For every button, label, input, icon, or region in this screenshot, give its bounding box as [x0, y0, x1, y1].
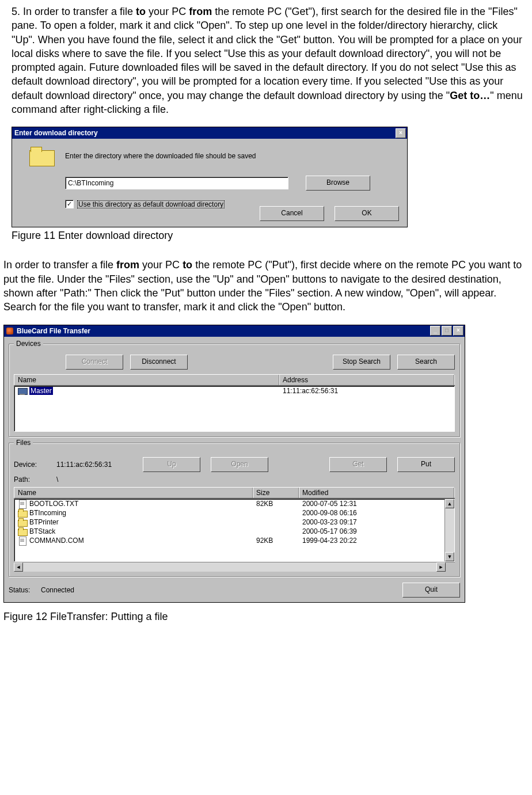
cancel-button[interactable]: Cancel: [260, 206, 324, 221]
paragraph-get: 5. In order to transfer a file to your P…: [12, 5, 524, 116]
device-icon: [18, 387, 27, 395]
file-name: BOOTLOG.TXT: [29, 500, 78, 508]
file-row[interactable]: COMMAND.COM92KB1999-04-23 20:22: [14, 536, 454, 545]
text-bold: Get to…: [450, 90, 490, 101]
col-name[interactable]: Name: [14, 375, 279, 385]
col-size[interactable]: Size: [253, 488, 299, 498]
file-row[interactable]: BTPrinter2000-03-23 09:17: [14, 518, 454, 527]
folder-icon: [18, 518, 27, 526]
text: 5. In order to transfer a file: [12, 6, 136, 17]
device-address: 11:11:ac:62:56:31: [279, 387, 341, 395]
status-value: Connected: [41, 586, 74, 594]
devices-list[interactable]: Master 11:11:ac:62:56:31: [14, 386, 455, 432]
dialog-titlebar[interactable]: Enter download directory ×: [12, 127, 407, 139]
search-button[interactable]: Search: [397, 355, 455, 370]
folder-icon: [29, 147, 54, 165]
file-size: 92KB: [253, 537, 299, 545]
app-icon: [5, 326, 14, 336]
vertical-scrollbar[interactable]: ▲ ▼: [444, 499, 454, 561]
file-modified: 2000-07-05 12:31: [299, 500, 360, 508]
browse-button[interactable]: Browse: [306, 176, 370, 191]
file-transfer-window: BlueCard File Transfer _ □ × Devices Con…: [3, 325, 465, 603]
dialog-prompt: Enter the directory where the downloaded…: [65, 152, 256, 160]
connect-button: Connect: [66, 355, 123, 370]
figure11-caption: Figure 11 Enter download directory: [12, 230, 529, 242]
devices-group: Devices Connect Disconnect Stop Search S…: [9, 344, 460, 437]
path-value: \: [56, 476, 58, 484]
file-name: BTIncoming: [29, 509, 66, 517]
file-name: BTPrinter: [29, 518, 59, 526]
col-address[interactable]: Address: [279, 375, 454, 385]
folder-icon: [18, 509, 27, 517]
col-name[interactable]: Name: [14, 488, 253, 498]
text-bold: from: [116, 259, 139, 271]
window-titlebar[interactable]: BlueCard File Transfer _ □ ×: [4, 325, 465, 337]
file-modified: 1999-04-23 20:22: [299, 537, 360, 545]
ok-button[interactable]: OK: [335, 206, 399, 221]
window-title: BlueCard File Transfer: [17, 327, 90, 335]
scroll-down-icon[interactable]: ▼: [445, 552, 454, 561]
text-bold: to: [183, 259, 192, 271]
get-button: Get: [329, 457, 387, 472]
file-modified: 2000-09-08 06:16: [299, 509, 360, 517]
default-dir-label[interactable]: Use this directory as default download d…: [77, 200, 225, 208]
maximize-icon: □: [442, 326, 452, 336]
device-value: 11:11:ac:62:56:31: [56, 461, 112, 469]
devices-legend: Devices: [14, 340, 43, 348]
directory-input[interactable]: C:\BTIncoming: [65, 177, 288, 189]
device-row[interactable]: Master 11:11:ac:62:56:31: [14, 386, 454, 395]
scroll-up-icon[interactable]: ▲: [445, 499, 454, 508]
text-bold: to: [136, 6, 146, 17]
minimize-icon[interactable]: _: [430, 326, 440, 336]
quit-button[interactable]: Quit: [402, 583, 460, 598]
text: your PC: [146, 6, 189, 17]
figure12-caption: Figure 12 FileTransfer: Putting a file: [3, 611, 529, 623]
disconnect-button[interactable]: Disconnect: [130, 355, 188, 370]
put-button[interactable]: Put: [397, 457, 455, 472]
text: the remote PC ("Get"), first search for …: [12, 6, 522, 101]
file-row[interactable]: BTIncoming2000-09-08 06:16: [14, 508, 454, 518]
text: In order to transfer a file: [3, 259, 116, 271]
file-icon: [18, 500, 27, 508]
file-size: 82KB: [253, 500, 299, 508]
scroll-corner: [446, 562, 455, 572]
file-modified: 2000-03-23 09:17: [299, 518, 360, 526]
dialog-title: Enter download directory: [14, 129, 98, 137]
devices-header[interactable]: Name Address: [14, 374, 455, 386]
scroll-left-icon[interactable]: ◄: [14, 562, 23, 572]
text-bold: from: [189, 6, 212, 17]
status-label: Status:: [9, 586, 41, 594]
path-label: Path:: [14, 476, 46, 484]
file-icon: [18, 537, 27, 545]
file-row[interactable]: BOOTLOG.TXT82KB2000-07-05 12:31: [14, 499, 454, 508]
default-dir-checkbox[interactable]: ✓: [65, 200, 74, 208]
file-name: BTStack: [29, 527, 55, 535]
files-header[interactable]: Name Size Modified: [14, 487, 455, 499]
close-icon[interactable]: ×: [453, 326, 463, 336]
up-button: Up: [143, 457, 200, 472]
open-button: Open: [211, 457, 268, 472]
folder-icon: [18, 527, 27, 535]
device-label: Device:: [14, 461, 46, 469]
file-name: COMMAND.COM: [29, 537, 84, 545]
horizontal-scrollbar[interactable]: ◄ ►: [14, 562, 455, 572]
close-icon[interactable]: ×: [396, 128, 406, 138]
files-legend: Files: [14, 439, 33, 447]
stop-search-button[interactable]: Stop Search: [333, 355, 390, 370]
files-list[interactable]: BOOTLOG.TXT82KB2000-07-05 12:31BTIncomin…: [14, 499, 455, 562]
paragraph-put: In order to transfer a file from your PC…: [3, 258, 527, 314]
files-group: Files Device: 11:11:ac:62:56:31 Up Open …: [9, 443, 460, 577]
text: your PC: [139, 259, 183, 271]
file-modified: 2000-05-17 06:39: [299, 527, 360, 535]
file-row[interactable]: BTStack2000-05-17 06:39: [14, 527, 454, 536]
col-modified[interactable]: Modified: [299, 488, 454, 498]
device-name: Master: [29, 387, 53, 395]
download-dir-dialog: Enter download directory × Enter the dir…: [12, 127, 408, 227]
scroll-right-icon[interactable]: ►: [436, 562, 446, 572]
